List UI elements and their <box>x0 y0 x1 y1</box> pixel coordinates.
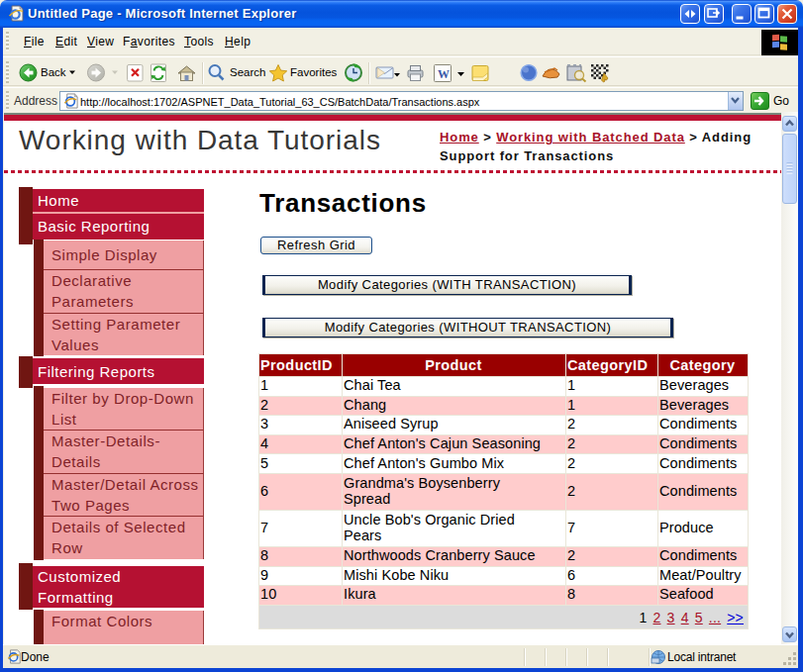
svg-text:W: W <box>438 67 450 81</box>
